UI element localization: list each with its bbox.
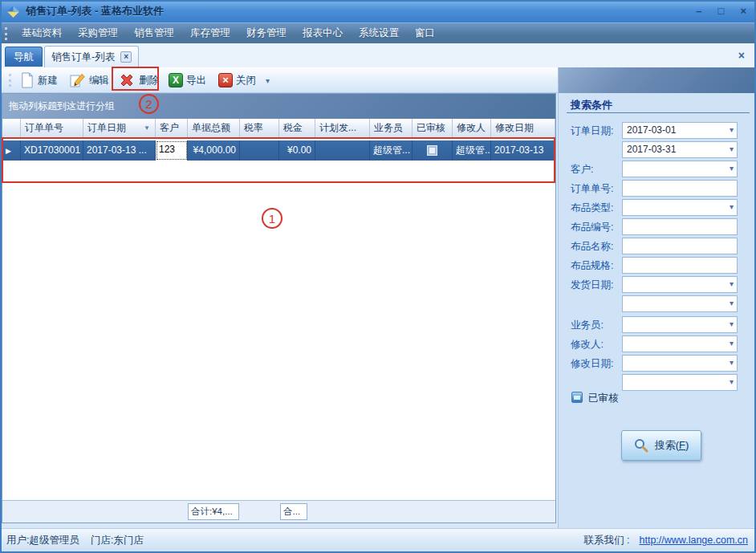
salesman-combo[interactable]: ▾ bbox=[622, 316, 738, 333]
chevron-down-icon[interactable]: ▾ bbox=[730, 359, 734, 367]
cell-modifier[interactable]: 超级管... bbox=[453, 140, 491, 161]
chevron-down-icon[interactable]: ▾ bbox=[730, 299, 734, 307]
cell-tax-rate[interactable] bbox=[240, 140, 279, 161]
sort-descending-icon[interactable]: ▼ bbox=[144, 119, 150, 137]
customer-combo[interactable]: ▾ bbox=[622, 161, 738, 177]
new-document-icon bbox=[19, 72, 35, 88]
modified-date-from-combo[interactable]: ▾ bbox=[622, 355, 738, 372]
header-approved[interactable]: 已审核 bbox=[413, 119, 453, 137]
header-modified-date[interactable]: 修改日期 bbox=[491, 119, 555, 137]
header-tax-rate[interactable]: 税率 bbox=[240, 119, 279, 137]
new-button[interactable]: 新建 bbox=[16, 70, 61, 91]
menu-grip-icon bbox=[5, 27, 8, 40]
cell-salesman[interactable]: 超级管... bbox=[370, 140, 413, 161]
chevron-down-icon[interactable]: ▾ bbox=[730, 165, 734, 173]
header-modifier[interactable]: 修改人 bbox=[453, 119, 491, 137]
close-x-icon: × bbox=[218, 73, 233, 87]
menu-item-reports[interactable]: 报表中心 bbox=[295, 23, 351, 43]
label-salesman: 业务员: bbox=[571, 319, 604, 332]
header-total[interactable]: 单据总额 bbox=[188, 119, 240, 137]
order-date-to-combo[interactable]: 2017-03-31 ▾ bbox=[622, 141, 738, 158]
cell-total[interactable]: ¥4,000.00 bbox=[188, 140, 240, 161]
modified-date-to-combo[interactable]: ▾ bbox=[622, 374, 738, 391]
menu-item-settings[interactable]: 系统设置 bbox=[351, 23, 407, 43]
orders-grid: 拖动列标题到这进行分组 订单单号 订单日期 ▼ 客户 单据总额 税率 税金 计划… bbox=[2, 93, 556, 523]
cell-planned-ship[interactable] bbox=[315, 140, 370, 161]
header-salesman[interactable]: 业务员 bbox=[370, 119, 413, 137]
order-no-input[interactable] bbox=[622, 180, 738, 197]
header-planned-ship[interactable]: 计划发... bbox=[315, 119, 370, 137]
fabric-name-input[interactable] bbox=[622, 238, 738, 254]
website-link[interactable]: http://www.lange.com.cn bbox=[640, 535, 748, 546]
header-order-date[interactable]: 订单日期 ▼ bbox=[83, 119, 156, 137]
excel-export-icon: X bbox=[169, 73, 183, 87]
tab-label: 销售订单-列表 bbox=[51, 47, 115, 67]
delete-button[interactable]: 删除 bbox=[115, 70, 162, 91]
chevron-down-icon[interactable]: ▾ bbox=[730, 203, 734, 211]
search-button[interactable]: 搜索(F) bbox=[621, 430, 701, 461]
label-modified-date: 修改日期: bbox=[571, 357, 613, 371]
menu-item-window[interactable]: 窗口 bbox=[407, 23, 443, 43]
ship-date-to-combo[interactable]: ▾ bbox=[622, 295, 738, 312]
fabric-code-input[interactable] bbox=[622, 218, 738, 235]
menu-item-sales[interactable]: 销售管理 bbox=[126, 23, 182, 43]
tab-close-icon[interactable]: × bbox=[120, 51, 132, 63]
toolbar-grip-icon bbox=[9, 74, 12, 87]
header-indicator bbox=[2, 119, 21, 137]
maximize-button[interactable]: □ bbox=[718, 0, 725, 22]
cell-order-date[interactable]: 2017-03-13 ... bbox=[83, 140, 156, 161]
tab-navigation[interactable]: 导航 bbox=[5, 47, 43, 67]
ship-date-from-combo[interactable]: ▾ bbox=[622, 276, 738, 293]
cell-tax[interactable]: ¥0.00 bbox=[279, 140, 315, 161]
table-row[interactable]: ▶ XD17030001 2017-03-13 ... 123 ¥4,000.0… bbox=[2, 140, 555, 161]
close-dropdown-caret-icon[interactable]: ▾ bbox=[266, 76, 270, 85]
chevron-down-icon[interactable]: ▾ bbox=[730, 340, 734, 348]
chevron-down-icon[interactable]: ▾ bbox=[730, 320, 734, 328]
close-tab-button[interactable]: × 关闭 ▾ bbox=[215, 70, 273, 91]
label-fabric-code: 布品编号: bbox=[571, 221, 613, 234]
chevron-down-icon[interactable]: ▾ bbox=[730, 126, 734, 134]
fabric-type-combo[interactable]: ▾ bbox=[622, 199, 738, 216]
chevron-down-icon[interactable]: ▾ bbox=[730, 280, 734, 288]
search-icon bbox=[634, 438, 648, 453]
chevron-down-icon[interactable]: ▾ bbox=[730, 145, 734, 153]
group-by-panel[interactable]: 拖动列标题到这进行分组 bbox=[2, 94, 555, 119]
window-title: 销售订单-列表 - 蓝格布业软件 bbox=[26, 4, 164, 18]
close-button[interactable]: × bbox=[740, 0, 746, 22]
export-button[interactable]: X 导出 bbox=[165, 70, 209, 91]
cell-order-no[interactable]: XD17030001 bbox=[21, 140, 83, 161]
menu-item-basic-data[interactable]: 基础资料 bbox=[14, 23, 70, 43]
tabstrip-close-icon[interactable]: × bbox=[738, 49, 745, 62]
cell-approved[interactable] bbox=[413, 140, 453, 161]
tab-sales-order-list[interactable]: 销售订单-列表 × bbox=[44, 46, 139, 67]
menu-item-purchase[interactable]: 采购管理 bbox=[70, 23, 126, 43]
fabric-spec-input[interactable] bbox=[622, 257, 738, 274]
chevron-down-icon[interactable]: ▾ bbox=[730, 378, 734, 386]
edit-button[interactable]: 编辑 bbox=[66, 70, 112, 91]
title-bar: 销售订单-列表 - 蓝格布业软件 – □ × bbox=[0, 0, 756, 22]
cell-customer-editing[interactable]: 123 bbox=[156, 140, 188, 161]
header-tax[interactable]: 税金 bbox=[279, 119, 315, 137]
export-button-label: 导出 bbox=[186, 74, 206, 87]
menu-bar: 基础资料 采购管理 销售管理 库存管理 财务管理 报表中心 系统设置 窗口 bbox=[0, 22, 756, 43]
label-fabric-name: 布品名称: bbox=[571, 240, 613, 254]
approved-checkbox[interactable] bbox=[427, 145, 437, 156]
grid-rows-area[interactable]: ▶ XD17030001 2017-03-13 ... 123 ¥4,000.0… bbox=[2, 138, 555, 500]
summary-tax: 合... bbox=[280, 503, 307, 520]
label-order-date: 订单日期: bbox=[571, 124, 613, 138]
cell-modified-date[interactable]: 2017-03-13 bbox=[491, 140, 555, 161]
header-order-no[interactable]: 订单单号 bbox=[21, 119, 83, 137]
modifier-combo[interactable]: ▾ bbox=[622, 335, 738, 352]
minimize-button[interactable]: – bbox=[696, 0, 701, 22]
header-customer[interactable]: 客户 bbox=[156, 119, 188, 137]
new-button-label: 新建 bbox=[38, 74, 58, 87]
delete-button-label: 删除 bbox=[139, 74, 159, 87]
menu-item-inventory[interactable]: 库存管理 bbox=[182, 23, 238, 43]
row-indicator-cell[interactable]: ▶ bbox=[2, 140, 21, 161]
approved-filter-label: 已审核 bbox=[588, 392, 619, 405]
order-date-from-combo[interactable]: 2017-03-01 ▾ bbox=[622, 122, 738, 139]
label-order-no: 订单单号: bbox=[571, 182, 613, 196]
search-panel: 搜索条件 订单日期: 2017-03-01 ▾ 2017-03-31 ▾ 客户:… bbox=[558, 67, 754, 528]
approved-filter-checkbox[interactable] bbox=[571, 392, 583, 403]
menu-item-finance[interactable]: 财务管理 bbox=[238, 23, 295, 43]
